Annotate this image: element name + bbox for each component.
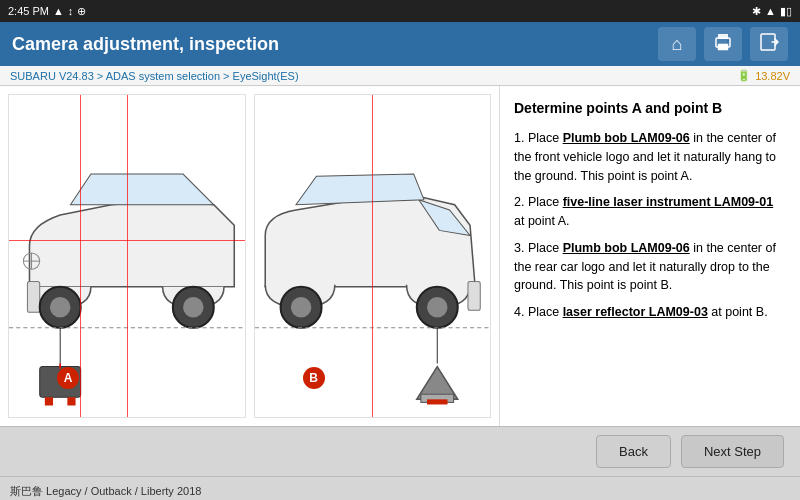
instructions-panel: Determine points A and point B 1. Place … [500,86,800,426]
step-4: 4. Place laser reflector LAM09-03 at poi… [514,303,786,322]
step1-tool: Plumb bob LAM09-06 [563,131,690,145]
svg-point-20 [290,297,310,317]
step4-tool: laser reflector LAM09-03 [563,305,708,319]
print-button[interactable] [704,27,742,61]
wifi-icon: ▲ [765,5,776,17]
status-left: 2:45 PM ▲ ↕ ⊕ [8,5,86,18]
header-actions: ⌂ [658,27,788,61]
red-line-left-v [80,95,81,417]
exit-button[interactable] [750,27,788,61]
svg-rect-5 [27,282,39,313]
back-button[interactable]: Back [596,435,671,468]
step-1: 1. Place Plumb bob LAM09-06 in the cente… [514,129,786,185]
exit-icon [759,32,779,57]
bottom-toolbar: Back Next Step [0,426,800,476]
time-display: 2:45 PM [8,5,49,17]
point-a-label: A [57,367,79,389]
status-right: ✱ ▲ ▮▯ [752,5,792,18]
svg-rect-23 [467,282,479,311]
vehicle-model: 斯巴鲁 Legacy / Outback / Liberty 2018 [10,484,790,499]
home-icon: ⌂ [672,34,683,55]
voltage-display: 🔋 13.82V [737,69,790,82]
home-button[interactable]: ⌂ [658,27,696,61]
svg-rect-17 [67,397,75,405]
breadcrumb-path: SUBARU V24.83 > ADAS system selection > … [10,70,299,82]
signal-icon2: ↕ [68,5,74,17]
step3-tool: Plumb bob LAM09-06 [563,241,690,255]
svg-point-3 [727,40,729,42]
svg-point-7 [50,297,70,317]
print-icon [713,32,733,57]
red-line-center-h [9,240,245,241]
signal-icon: ▲ [53,5,64,17]
svg-rect-16 [45,397,53,405]
battery-small-icon: 🔋 [737,69,751,82]
svg-point-22 [427,297,447,317]
instructions-heading: Determine points A and point B [514,98,786,119]
point-b-label: B [303,367,325,389]
svg-point-9 [183,297,203,317]
bluetooth-icon: ✱ [752,5,761,18]
page-title: Camera adjustment, inspection [12,34,279,55]
vehicle-info: 斯巴鲁 Legacy / Outback / Liberty 2018 VIN … [0,476,800,500]
svg-rect-2 [718,34,728,39]
red-line-rear-v [372,95,373,417]
svg-rect-1 [718,44,728,50]
status-bar: 2:45 PM ▲ ↕ ⊕ ✱ ▲ ▮▯ [0,0,800,22]
extra-icon: ⊕ [77,5,86,18]
rear-car-diagram: B [254,94,492,418]
battery-icon: ▮▯ [780,5,792,18]
breadcrumb: SUBARU V24.83 > ADAS system selection > … [0,66,800,86]
voltage-value: 13.82V [755,70,790,82]
front-car-diagram: A [8,94,246,418]
next-step-button[interactable]: Next Step [681,435,784,468]
diagram-area: A [0,86,500,426]
step-2: 2. Place five-line laser instrument LAM0… [514,193,786,231]
step-3: 3. Place Plumb bob LAM09-06 in the cente… [514,239,786,295]
red-line-center-v [127,95,128,417]
svg-rect-28 [427,399,447,404]
app-header: Camera adjustment, inspection ⌂ [0,22,800,66]
main-content: A [0,86,800,426]
step2-tool: five-line laser instrument LAM09-01 [563,195,773,209]
